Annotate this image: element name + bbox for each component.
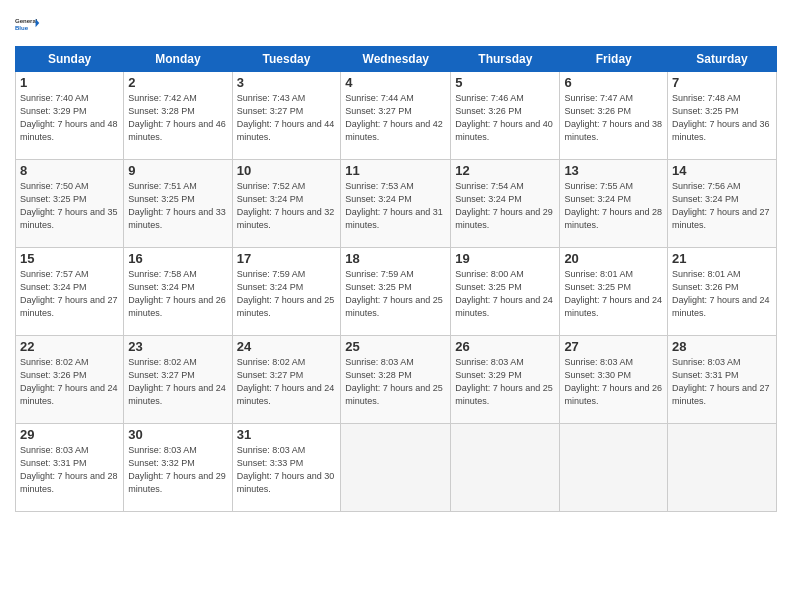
day-number: 18: [345, 251, 446, 266]
day-number: 29: [20, 427, 119, 442]
day-info: Sunrise: 7:47 AMSunset: 3:26 PMDaylight:…: [564, 92, 663, 144]
day-number: 1: [20, 75, 119, 90]
day-number: 5: [455, 75, 555, 90]
day-cell-27: 27Sunrise: 8:03 AMSunset: 3:30 PMDayligh…: [560, 336, 668, 424]
day-info: Sunrise: 8:00 AMSunset: 3:25 PMDaylight:…: [455, 268, 555, 320]
day-info: Sunrise: 7:44 AMSunset: 3:27 PMDaylight:…: [345, 92, 446, 144]
day-number: 3: [237, 75, 337, 90]
day-info: Sunrise: 7:43 AMSunset: 3:27 PMDaylight:…: [237, 92, 337, 144]
day-number: 2: [128, 75, 227, 90]
logo: GeneralBlue: [15, 10, 43, 38]
day-number: 14: [672, 163, 772, 178]
day-cell-25: 25Sunrise: 8:03 AMSunset: 3:28 PMDayligh…: [341, 336, 451, 424]
day-cell-16: 16Sunrise: 7:58 AMSunset: 3:24 PMDayligh…: [124, 248, 232, 336]
weekday-header-saturday: Saturday: [668, 47, 777, 72]
svg-text:General: General: [15, 18, 38, 24]
day-number: 16: [128, 251, 227, 266]
day-number: 11: [345, 163, 446, 178]
weekday-header-wednesday: Wednesday: [341, 47, 451, 72]
day-cell-11: 11Sunrise: 7:53 AMSunset: 3:24 PMDayligh…: [341, 160, 451, 248]
day-cell-28: 28Sunrise: 8:03 AMSunset: 3:31 PMDayligh…: [668, 336, 777, 424]
day-info: Sunrise: 7:59 AMSunset: 3:24 PMDaylight:…: [237, 268, 337, 320]
day-info: Sunrise: 7:55 AMSunset: 3:24 PMDaylight:…: [564, 180, 663, 232]
day-info: Sunrise: 8:01 AMSunset: 3:25 PMDaylight:…: [564, 268, 663, 320]
day-cell-7: 7Sunrise: 7:48 AMSunset: 3:25 PMDaylight…: [668, 72, 777, 160]
day-info: Sunrise: 7:50 AMSunset: 3:25 PMDaylight:…: [20, 180, 119, 232]
empty-cell: [668, 424, 777, 512]
day-number: 6: [564, 75, 663, 90]
day-info: Sunrise: 7:54 AMSunset: 3:24 PMDaylight:…: [455, 180, 555, 232]
day-number: 22: [20, 339, 119, 354]
empty-cell: [341, 424, 451, 512]
day-info: Sunrise: 8:03 AMSunset: 3:31 PMDaylight:…: [672, 356, 772, 408]
weekday-header-friday: Friday: [560, 47, 668, 72]
day-info: Sunrise: 7:46 AMSunset: 3:26 PMDaylight:…: [455, 92, 555, 144]
weekday-header-tuesday: Tuesday: [232, 47, 341, 72]
day-number: 30: [128, 427, 227, 442]
weekday-header-thursday: Thursday: [451, 47, 560, 72]
day-cell-14: 14Sunrise: 7:56 AMSunset: 3:24 PMDayligh…: [668, 160, 777, 248]
day-cell-2: 2Sunrise: 7:42 AMSunset: 3:28 PMDaylight…: [124, 72, 232, 160]
day-number: 19: [455, 251, 555, 266]
day-number: 4: [345, 75, 446, 90]
day-number: 7: [672, 75, 772, 90]
day-cell-29: 29Sunrise: 8:03 AMSunset: 3:31 PMDayligh…: [16, 424, 124, 512]
day-info: Sunrise: 8:02 AMSunset: 3:27 PMDaylight:…: [128, 356, 227, 408]
day-cell-23: 23Sunrise: 8:02 AMSunset: 3:27 PMDayligh…: [124, 336, 232, 424]
day-cell-5: 5Sunrise: 7:46 AMSunset: 3:26 PMDaylight…: [451, 72, 560, 160]
empty-cell: [560, 424, 668, 512]
day-info: Sunrise: 7:56 AMSunset: 3:24 PMDaylight:…: [672, 180, 772, 232]
day-info: Sunrise: 7:51 AMSunset: 3:25 PMDaylight:…: [128, 180, 227, 232]
day-number: 20: [564, 251, 663, 266]
day-cell-20: 20Sunrise: 8:01 AMSunset: 3:25 PMDayligh…: [560, 248, 668, 336]
day-cell-10: 10Sunrise: 7:52 AMSunset: 3:24 PMDayligh…: [232, 160, 341, 248]
day-info: Sunrise: 8:03 AMSunset: 3:28 PMDaylight:…: [345, 356, 446, 408]
day-number: 27: [564, 339, 663, 354]
day-cell-21: 21Sunrise: 8:01 AMSunset: 3:26 PMDayligh…: [668, 248, 777, 336]
header: GeneralBlue: [15, 10, 777, 38]
day-info: Sunrise: 8:03 AMSunset: 3:33 PMDaylight:…: [237, 444, 337, 496]
day-info: Sunrise: 7:59 AMSunset: 3:25 PMDaylight:…: [345, 268, 446, 320]
day-info: Sunrise: 7:42 AMSunset: 3:28 PMDaylight:…: [128, 92, 227, 144]
svg-text:Blue: Blue: [15, 25, 29, 31]
day-info: Sunrise: 8:02 AMSunset: 3:26 PMDaylight:…: [20, 356, 119, 408]
day-number: 15: [20, 251, 119, 266]
day-info: Sunrise: 7:52 AMSunset: 3:24 PMDaylight:…: [237, 180, 337, 232]
day-cell-31: 31Sunrise: 8:03 AMSunset: 3:33 PMDayligh…: [232, 424, 341, 512]
day-cell-9: 9Sunrise: 7:51 AMSunset: 3:25 PMDaylight…: [124, 160, 232, 248]
day-number: 8: [20, 163, 119, 178]
day-info: Sunrise: 8:03 AMSunset: 3:31 PMDaylight:…: [20, 444, 119, 496]
day-number: 24: [237, 339, 337, 354]
calendar-week-2: 8Sunrise: 7:50 AMSunset: 3:25 PMDaylight…: [16, 160, 777, 248]
day-info: Sunrise: 8:03 AMSunset: 3:29 PMDaylight:…: [455, 356, 555, 408]
weekday-header-monday: Monday: [124, 47, 232, 72]
day-info: Sunrise: 8:03 AMSunset: 3:32 PMDaylight:…: [128, 444, 227, 496]
weekday-header-sunday: Sunday: [16, 47, 124, 72]
day-cell-12: 12Sunrise: 7:54 AMSunset: 3:24 PMDayligh…: [451, 160, 560, 248]
day-info: Sunrise: 8:03 AMSunset: 3:30 PMDaylight:…: [564, 356, 663, 408]
day-number: 28: [672, 339, 772, 354]
day-cell-30: 30Sunrise: 8:03 AMSunset: 3:32 PMDayligh…: [124, 424, 232, 512]
calendar-week-1: 1Sunrise: 7:40 AMSunset: 3:29 PMDaylight…: [16, 72, 777, 160]
day-number: 13: [564, 163, 663, 178]
day-number: 12: [455, 163, 555, 178]
day-info: Sunrise: 7:53 AMSunset: 3:24 PMDaylight:…: [345, 180, 446, 232]
calendar-table: SundayMondayTuesdayWednesdayThursdayFrid…: [15, 46, 777, 512]
page: GeneralBlue SundayMondayTuesdayWednesday…: [0, 0, 792, 612]
calendar-week-5: 29Sunrise: 8:03 AMSunset: 3:31 PMDayligh…: [16, 424, 777, 512]
day-cell-18: 18Sunrise: 7:59 AMSunset: 3:25 PMDayligh…: [341, 248, 451, 336]
day-number: 26: [455, 339, 555, 354]
day-number: 25: [345, 339, 446, 354]
day-info: Sunrise: 7:48 AMSunset: 3:25 PMDaylight:…: [672, 92, 772, 144]
day-cell-13: 13Sunrise: 7:55 AMSunset: 3:24 PMDayligh…: [560, 160, 668, 248]
calendar-week-4: 22Sunrise: 8:02 AMSunset: 3:26 PMDayligh…: [16, 336, 777, 424]
day-info: Sunrise: 7:57 AMSunset: 3:24 PMDaylight:…: [20, 268, 119, 320]
day-number: 17: [237, 251, 337, 266]
day-info: Sunrise: 7:40 AMSunset: 3:29 PMDaylight:…: [20, 92, 119, 144]
calendar-header-row: SundayMondayTuesdayWednesdayThursdayFrid…: [16, 47, 777, 72]
empty-cell: [451, 424, 560, 512]
day-number: 9: [128, 163, 227, 178]
day-cell-17: 17Sunrise: 7:59 AMSunset: 3:24 PMDayligh…: [232, 248, 341, 336]
day-cell-8: 8Sunrise: 7:50 AMSunset: 3:25 PMDaylight…: [16, 160, 124, 248]
day-cell-6: 6Sunrise: 7:47 AMSunset: 3:26 PMDaylight…: [560, 72, 668, 160]
